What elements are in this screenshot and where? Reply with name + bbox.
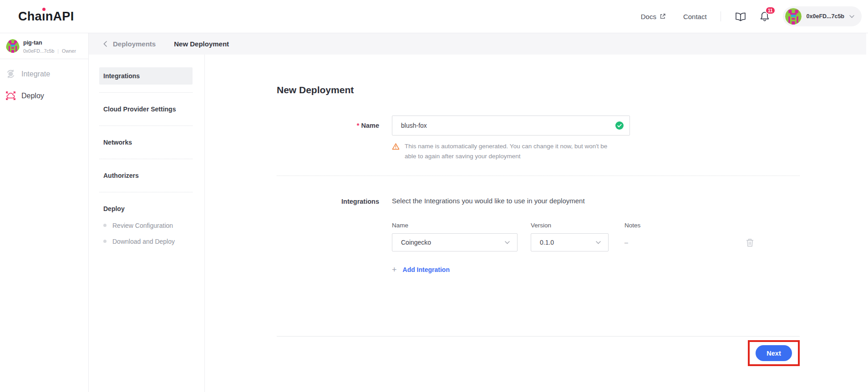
chevron-left-icon [103, 41, 107, 47]
deployment-steps-panel: Integrations Cloud Provider Settings Net… [89, 55, 205, 392]
name-field-col: This name is automatically generated. Yo… [392, 116, 630, 161]
warning-triangle-icon [392, 143, 400, 161]
tab-new-deployment[interactable]: New Deployment [174, 40, 229, 48]
sidebar-item-integrate[interactable]: Integrate [0, 63, 88, 85]
workspace-name: pig-tan [23, 40, 76, 46]
integrations-table: Name Version Notes Coingecko 0.1.0 [392, 222, 800, 251]
main-content: New Deployment *Name [205, 55, 868, 392]
docs-book-button[interactable] [735, 11, 746, 22]
external-link-icon [660, 13, 666, 20]
workspace-avatar [6, 39, 20, 59]
step-sub-label: Download and Deploy [112, 238, 175, 245]
integration-name-value: Coingecko [401, 239, 431, 246]
integrations-section: Integrations Select the Integrations you… [277, 196, 800, 274]
bullet-icon [103, 240, 107, 243]
back-to-deployments[interactable]: Deployments [103, 40, 156, 48]
account-avatar [785, 8, 802, 25]
notifications-button[interactable]: 11 [759, 10, 770, 22]
step-networks[interactable]: Networks [99, 134, 193, 151]
name-field-row: *Name Thi [277, 116, 800, 161]
trash-icon [746, 238, 754, 247]
section-divider [277, 176, 800, 176]
chevron-down-icon [849, 15, 854, 18]
delete-integration-button[interactable] [746, 238, 754, 247]
add-integration-button[interactable]: + Add Integration [392, 266, 800, 274]
step-review-configuration[interactable]: Review Configuration [99, 217, 193, 233]
workspace-info: pig-tan 0x0eFD...7c5b | Owner [23, 39, 76, 59]
step-section-label: Deploy [103, 205, 125, 212]
workspace-address: 0x0eFD...7c5b [23, 48, 54, 54]
integrations-field-col: Select the Integrations you would like t… [392, 196, 800, 274]
header-divider [721, 11, 721, 21]
footer-actions: Next [277, 340, 800, 366]
plus-icon: + [392, 266, 397, 274]
brand-logo[interactable]: ChaınAPI [18, 10, 74, 24]
step-download-and-deploy[interactable]: Download and Deploy [99, 233, 193, 249]
step-separator [99, 192, 193, 192]
integration-name-select[interactable]: Coingecko [392, 233, 518, 251]
deploy-cloud-icon [5, 90, 17, 101]
sidebar-item-label: Integrate [21, 70, 50, 78]
account-address: 0x0eFD...7c5b [807, 13, 844, 20]
contact-link-label: Contact [683, 13, 707, 20]
bullet-icon [103, 224, 107, 227]
deployment-subnav: Deployments New Deployment [89, 33, 866, 55]
integration-version-value: 0.1.0 [540, 239, 554, 246]
integrations-label-col: Integrations [277, 196, 379, 274]
sidebar-item-label: Deploy [21, 92, 44, 100]
column-header-notes: Notes [624, 222, 800, 229]
step-sub-label: Review Configuration [112, 222, 173, 229]
step-label: Networks [103, 139, 132, 146]
step-cloud-provider-settings[interactable]: Cloud Provider Settings [99, 101, 193, 118]
deployment-name-input[interactable] [392, 116, 630, 136]
integrations-table-header: Name Version Notes [392, 222, 800, 229]
required-asterisk: * [357, 122, 360, 129]
step-deploy-section: Deploy [99, 200, 193, 217]
step-separator [99, 126, 193, 126]
brand-logo-part1: Cha [18, 10, 42, 23]
integration-row: Coingecko 0.1.0 – [392, 233, 800, 251]
footer-divider [277, 336, 800, 337]
workspace-role: Owner [62, 48, 76, 54]
docs-link[interactable]: Docs [641, 13, 666, 20]
name-warning: This name is automatically generated. Yo… [392, 141, 630, 161]
next-button[interactable]: Next [756, 345, 792, 361]
sidebar-item-deploy[interactable]: Deploy [0, 85, 88, 106]
docs-link-label: Docs [641, 13, 656, 20]
sidebar-menu: Integrate Deploy [0, 59, 88, 106]
name-input-wrap [392, 116, 630, 136]
brand-logo-part2: nAPI [46, 10, 74, 23]
header-actions: Docs Contact 11 [641, 6, 862, 26]
name-field-label-col: *Name [277, 116, 379, 161]
column-header-version: Version [531, 222, 624, 229]
name-warning-text: This name is automatically generated. Yo… [405, 141, 607, 161]
account-menu[interactable]: 0x0eFD...7c5b [783, 6, 862, 26]
contact-link[interactable]: Contact [683, 13, 707, 20]
step-label: Cloud Provider Settings [103, 106, 176, 113]
workspace-switcher[interactable]: pig-tan 0x0eFD...7c5b | Owner [0, 33, 88, 59]
step-label: Authorizers [103, 172, 139, 179]
page-title: New Deployment [277, 85, 800, 95]
notification-badge: 11 [765, 6, 776, 15]
step-label: Integrations [103, 72, 140, 80]
step-authorizers[interactable]: Authorizers [99, 167, 193, 184]
step-separator [99, 159, 193, 159]
top-header: ChaınAPI Docs Contact 11 [0, 0, 868, 33]
chevron-down-icon [596, 241, 601, 244]
back-link-label: Deployments [113, 40, 156, 48]
valid-check-icon [615, 121, 624, 130]
step-separator [99, 92, 193, 93]
integrate-sync-icon [5, 68, 17, 80]
name-field-label: Name [361, 122, 380, 129]
integrations-section-label: Integrations [341, 196, 379, 206]
brand-logo-dotted-i: ı [42, 10, 46, 23]
add-integration-label: Add Integration [403, 266, 450, 273]
annotation-highlight-box: Next [748, 340, 800, 366]
workspace-sidebar: pig-tan 0x0eFD...7c5b | Owner Integrate [0, 33, 89, 392]
step-integrations[interactable]: Integrations [99, 67, 193, 85]
workspace-meta-divider: | [57, 48, 59, 54]
integration-notes-value: – [624, 239, 628, 246]
integration-version-select[interactable]: 0.1.0 [531, 233, 609, 251]
integrations-description: Select the Integrations you would like t… [392, 196, 800, 206]
chevron-down-icon [505, 241, 510, 244]
